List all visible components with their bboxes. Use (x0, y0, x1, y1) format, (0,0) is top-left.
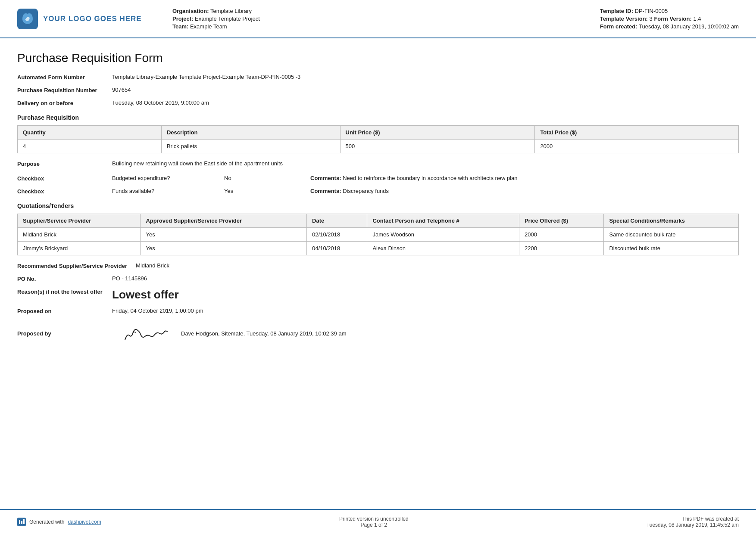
checkbox1-label: Checkbox (17, 175, 112, 182)
checkbox1-comment: Comments: Need to reinforce the boundary… (310, 175, 739, 181)
table-cell-quantity: 4 (18, 140, 162, 153)
form-version-value: 1.4 (693, 16, 701, 22)
project-label: Project: (172, 16, 193, 22)
automated-form-value: Template Library-Example Template Projec… (112, 74, 739, 80)
purchase-req-section-title: Purchase Requisition (17, 114, 739, 121)
proposed-by-value: Dave Hodgson, Sitemate, Tuesday, 08 Janu… (181, 330, 739, 337)
checkbox1-question: Budgeted expenditure? (112, 175, 224, 181)
quotations-table: Supplier/Service Provider Approved Suppl… (17, 214, 739, 255)
quot-col-approved: Approved Supplier/Service Provider (141, 214, 307, 228)
delivery-row: Delivery on or before Tuesday, 08 Octobe… (17, 99, 739, 106)
svg-rect-3 (23, 519, 25, 524)
header: YOUR LOGO GOES HERE Organisation: Templa… (0, 0, 756, 38)
quot-col-price: Price Offered ($) (519, 214, 604, 228)
team-label: Team: (172, 23, 188, 30)
quot-row: Midland BrickYes02/10/2018James Woodson2… (18, 228, 739, 242)
delivery-label: Delivery on or before (17, 99, 112, 106)
purpose-label: Purpose (17, 160, 112, 167)
org-line: Organisation: Template Library (172, 8, 587, 14)
proposed-on-row: Proposed on Friday, 04 October 2019, 1:0… (17, 307, 739, 314)
purchase-req-table-header-row: Quantity Description Unit Price ($) Tota… (18, 126, 739, 140)
footer: Generated with dashpivot.com Printed ver… (0, 509, 756, 534)
project-line: Project: Example Template Project (172, 16, 587, 22)
po-row: PO No. PO - 1145896 (17, 275, 739, 282)
svg-rect-1 (19, 520, 20, 524)
footer-center: Printed version is uncontrolled Page 1 o… (339, 516, 409, 528)
recommended-value: Midland Brick (136, 262, 739, 269)
checkbox2-comments-value: Discrepancy funds (343, 188, 389, 194)
logo-section: YOUR LOGO GOES HERE (17, 8, 155, 30)
org-value: Template Library (210, 8, 252, 14)
svg-rect-2 (21, 521, 22, 524)
footer-left: Generated with dashpivot.com (17, 518, 101, 526)
automated-form-row: Automated Form Number Template Library-E… (17, 74, 739, 81)
quot-col-supplier: Supplier/Service Provider (18, 214, 141, 228)
quot-cell-contact: James Woodson (367, 228, 519, 242)
team-value: Example Team (190, 23, 227, 30)
quot-cell-supplier: Jimmy's Brickyard (18, 242, 141, 255)
page: YOUR LOGO GOES HERE Organisation: Templa… (0, 0, 756, 534)
col-unit-price: Unit Price ($) (340, 126, 535, 140)
checkbox2-answer: Yes (224, 188, 310, 194)
purchase-req-table: Quantity Description Unit Price ($) Tota… (17, 125, 739, 153)
quot-cell-price: 2200 (519, 242, 604, 255)
purpose-row: Purpose Building new retaining wall down… (17, 160, 739, 167)
checkbox2-comments-label: Comments: (310, 188, 341, 194)
quot-col-contact: Contact Person and Telephone # (367, 214, 519, 228)
quot-cell-date: 02/10/2018 (307, 228, 367, 242)
form-created-value: Tuesday, 08 January 2019, 10:00:02 am (639, 23, 739, 30)
checkbox2-label: Checkbox (17, 188, 112, 195)
checkbox2-question: Funds available? (112, 188, 224, 194)
reason-label: Reason(s) if not the lowest offer (17, 288, 112, 295)
col-description: Description (161, 126, 340, 140)
footer-center-line1: Printed version is uncontrolled (339, 516, 409, 522)
checkbox1-comments-label: Comments: (310, 175, 341, 181)
purchase-req-value: 907654 (112, 87, 739, 93)
footer-right: This PDF was created at Tuesday, 08 Janu… (647, 516, 739, 528)
form-version-label: Form Version: (654, 16, 691, 22)
col-quantity: Quantity (18, 126, 162, 140)
footer-generated-text: Generated with (29, 519, 64, 525)
main-content: Purchase Requisition Form Automated Form… (0, 38, 756, 509)
signature-image (121, 320, 172, 346)
header-right: Template ID: DP-FIN-0005 Template Versio… (587, 8, 739, 30)
checkbox2-section: Checkbox Funds available? Yes Comments: … (17, 188, 739, 195)
footer-right-line2: Tuesday, 08 January 2019, 11:45:52 am (647, 522, 739, 528)
quot-cell-supplier: Midland Brick (18, 228, 141, 242)
quot-cell-approved: Yes (141, 242, 307, 255)
quot-col-remarks: Special Conditions/Remarks (604, 214, 739, 228)
checkbox1-section: Checkbox Budgeted expenditure? No Commen… (17, 175, 739, 182)
proposed-on-label: Proposed on (17, 307, 112, 314)
quot-cell-contact: Alexa Dinson (367, 242, 519, 255)
delivery-value: Tuesday, 08 October 2019, 9:00:00 am (112, 99, 739, 106)
logo-text: YOUR LOGO GOES HERE (43, 15, 142, 23)
team-line: Team: Example Team (172, 23, 587, 30)
form-created-line: Form created: Tuesday, 08 January 2019, … (600, 23, 739, 30)
quot-cell-date: 04/10/2018 (307, 242, 367, 255)
quotations-header-row: Supplier/Service Provider Approved Suppl… (18, 214, 739, 228)
table-cell-description: Brick pallets (161, 140, 340, 153)
proposed-by-label: Proposed by (17, 330, 112, 337)
reason-value: Lowest offer (112, 288, 739, 301)
automated-form-label: Automated Form Number (17, 74, 112, 81)
logo-icon (17, 9, 38, 29)
table-cell-unit_price: 500 (340, 140, 535, 153)
quot-cell-approved: Yes (141, 228, 307, 242)
checkbox2-comment: Comments: Discrepancy funds (310, 188, 739, 194)
footer-center-line2: Page 1 of 2 (339, 522, 409, 528)
purchase-req-label: Purchase Requisition Number (17, 87, 112, 93)
proposed-on-value: Friday, 04 October 2019, 1:00:00 pm (112, 307, 739, 314)
project-value: Example Template Project (195, 16, 260, 22)
template-id-line: Template ID: DP-FIN-0005 (600, 8, 739, 14)
checkbox1-answer: No (224, 175, 310, 181)
template-version-line: Template Version: 3 Form Version: 1.4 (600, 16, 739, 22)
template-version-label: Template Version: (600, 16, 648, 22)
org-label: Organisation: (172, 8, 209, 14)
quot-col-date: Date (307, 214, 367, 228)
quotations-section-title: Quotations/Tenders (17, 202, 739, 209)
template-id-label: Template ID: (600, 8, 633, 14)
quot-cell-remarks: Same discounted bulk rate (604, 228, 739, 242)
footer-link[interactable]: dashpivot.com (68, 519, 101, 525)
recommended-label: Recommended Supplier/Service Provider (17, 262, 136, 269)
po-value: PO - 1145896 (112, 275, 739, 282)
